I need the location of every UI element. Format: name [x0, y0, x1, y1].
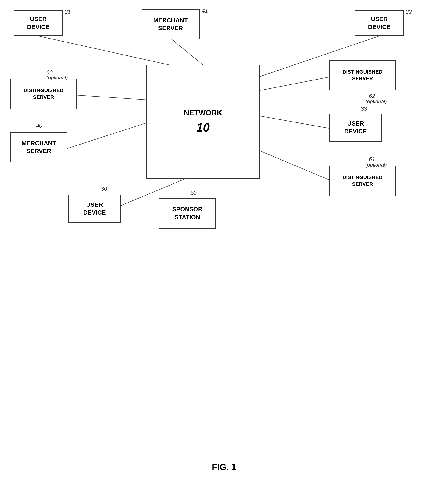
optional-60: (optional): [46, 75, 68, 81]
ref-50: 50: [190, 190, 197, 196]
svg-line-0: [38, 36, 169, 65]
distinguished-server-61-label: DISTINGUISHEDSERVER: [343, 174, 382, 187]
user-device-33-label: USERDEVICE: [344, 120, 367, 135]
merchant-server-40-box: MERCHANTSERVER: [10, 132, 67, 162]
svg-line-1: [170, 38, 203, 65]
ref-33: 33: [361, 105, 367, 112]
user-device-31-label: USERDEVICE: [27, 15, 50, 31]
user-device-31-box: USERDEVICE: [14, 10, 63, 36]
distinguished-server-62-label: DISTINGUISHEDSERVER: [343, 69, 382, 82]
network-box: NETWORK 10: [146, 65, 260, 179]
ref-61: 61: [369, 156, 375, 162]
network-number: 10: [184, 120, 222, 135]
user-device-33-box: USERDEVICE: [329, 114, 382, 142]
ref-31: 31: [64, 9, 71, 15]
svg-line-9: [260, 151, 332, 181]
merchant-server-40-label: MERCHANTSERVER: [22, 139, 56, 155]
sponsor-station-50-box: SPONSORSTATION: [159, 198, 216, 229]
optional-61: (optional): [365, 162, 387, 168]
user-device-32-label: USERDEVICE: [368, 15, 391, 31]
ref-30: 30: [101, 186, 107, 192]
distinguished-server-61-box: DISTINGUISHEDSERVER: [329, 166, 396, 196]
ref-32: 32: [406, 9, 412, 15]
svg-line-5: [67, 123, 146, 149]
distinguished-server-60-box: DISTINGUISHEDSERVER: [10, 79, 77, 109]
merchant-server-41-label: MERCHANTSERVER: [153, 16, 188, 32]
ref-62: 62: [369, 93, 375, 99]
optional-62: (optional): [365, 99, 387, 105]
distinguished-server-62-box: DISTINGUISHEDSERVER: [329, 60, 396, 90]
sponsor-station-50-label: SPONSORSTATION: [172, 206, 202, 221]
user-device-30-label: USERDEVICE: [83, 201, 106, 217]
diagram: NETWORK 10 USERDEVICE 31 MERCHANTSERVER …: [0, 0, 448, 452]
ref-41: 41: [202, 8, 208, 14]
fig-label: FIG. 1: [212, 462, 236, 472]
svg-line-3: [77, 95, 146, 100]
svg-line-4: [260, 77, 332, 90]
network-label: NETWORK: [184, 108, 222, 118]
ref-40: 40: [36, 122, 42, 129]
user-device-30-box: USERDEVICE: [68, 195, 121, 223]
merchant-server-41-box: MERCHANTSERVER: [142, 9, 200, 40]
distinguished-server-60-label: DISTINGUISHEDSERVER: [24, 87, 63, 100]
user-device-32-box: USERDEVICE: [355, 10, 404, 36]
svg-line-6: [260, 116, 332, 129]
